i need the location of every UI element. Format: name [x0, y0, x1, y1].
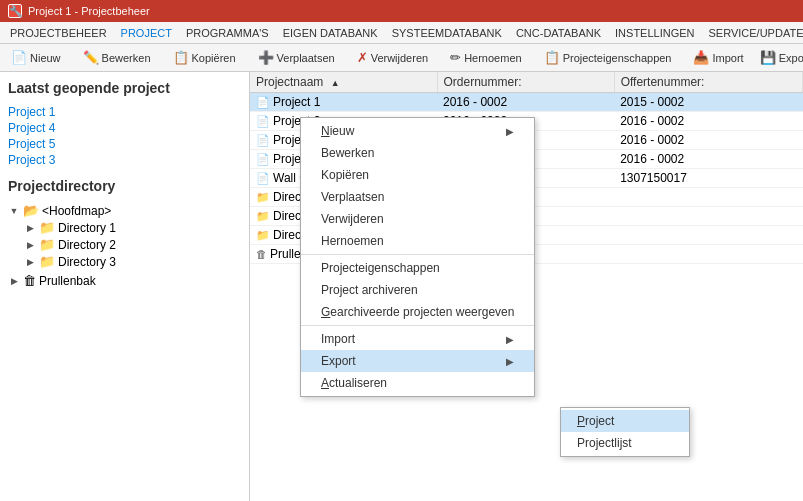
recent-item-project3[interactable]: Project 3: [8, 152, 241, 168]
toolbar-import[interactable]: 📥 Import: [686, 47, 750, 68]
ctx-nieuw[interactable]: Nieuw ▶: [301, 120, 534, 142]
tree-dir2-label: Directory 2: [58, 238, 116, 252]
context-menu-overlay[interactable]: Nieuw ▶ Bewerken Kopiëren Verplaatsen Ve…: [250, 72, 803, 501]
tree-toggle-dir2[interactable]: ▶: [24, 239, 36, 251]
toolbar-verplaatsen[interactable]: ➕ Verplaatsen: [251, 47, 342, 68]
toolbar-nieuw[interactable]: 📄 Nieuw: [4, 47, 68, 68]
menu-instellingen[interactable]: INSTELLINGEN: [609, 25, 700, 41]
window-title: Project 1 - Projectbeheer: [28, 5, 150, 17]
delete-icon: ✗: [357, 50, 368, 65]
submenu-project[interactable]: Project: [561, 410, 689, 432]
toolbar-export[interactable]: 💾 Expo: [753, 47, 803, 68]
tree-item-dir2[interactable]: ▶ 📁 Directory 2: [24, 236, 241, 253]
menu-cnc-databank[interactable]: CNC-DATABANK: [510, 25, 607, 41]
tree-dir3-label: Directory 3: [58, 255, 116, 269]
ctx-nieuw-label: Nieuw: [321, 124, 354, 138]
title-bar: 🔧 Project 1 - Projectbeheer: [0, 0, 803, 22]
tree-toggle-dir3[interactable]: ▶: [24, 256, 36, 268]
toolbar-bewerken-label: Bewerken: [102, 52, 151, 64]
ctx-kopieren[interactable]: Kopiëren: [301, 164, 534, 186]
ctx-sep-1: [301, 254, 534, 255]
menu-systeemdatabank[interactable]: SYSTEEMDATABANK: [386, 25, 508, 41]
toolbar-verwijderen[interactable]: ✗ Verwijderen: [350, 47, 435, 68]
ctx-archiveren-label: Project archiveren: [321, 283, 418, 297]
directory-section-title: Projectdirectory: [8, 178, 241, 194]
ctx-export-label: Export: [321, 354, 356, 368]
ctx-verplaatsen-label: Verplaatsen: [321, 190, 384, 204]
ctx-project-archiveren[interactable]: Project archiveren: [301, 279, 534, 301]
ctx-projecteigenschappen[interactable]: Projecteigenschappen: [301, 257, 534, 279]
folder-icon-dir1: 📁: [39, 220, 55, 235]
copy-icon: 📋: [173, 50, 189, 65]
toolbar-hernoemen-label: Hernoemen: [464, 52, 521, 64]
move-icon: ➕: [258, 50, 274, 65]
toolbar: 📄 Nieuw ✏️ Bewerken 📋 Kopiëren ➕ Verplaa…: [0, 44, 803, 72]
menu-programmas[interactable]: PROGRAMMA'S: [180, 25, 275, 41]
recent-section-title: Laatst geopende project: [8, 80, 241, 96]
toolbar-hernoemen[interactable]: ✏ Hernoemen: [443, 47, 528, 68]
folder-icon-dir2: 📁: [39, 237, 55, 252]
folder-icon-dir3: 📁: [39, 254, 55, 269]
tree-trash-label: Prullenbak: [39, 274, 96, 288]
tree-toggle-dir1[interactable]: ▶: [24, 222, 36, 234]
toolbar-props-label: Projecteigenschappen: [563, 52, 672, 64]
main-layout: Laatst geopende project Project 1 Projec…: [0, 72, 803, 501]
toolbar-nieuw-label: Nieuw: [30, 52, 61, 64]
tree-dir1-label: Directory 1: [58, 221, 116, 235]
submenu-project-label: Project: [577, 414, 614, 428]
toolbar-verplaatsen-label: Verplaatsen: [277, 52, 335, 64]
ctx-export-arrow: ▶: [506, 356, 514, 367]
menu-project[interactable]: PROJECT: [115, 25, 178, 41]
toolbar-bewerken[interactable]: ✏️ Bewerken: [76, 47, 158, 68]
export-icon: 💾: [760, 50, 776, 65]
context-menu: Nieuw ▶ Bewerken Kopiëren Verplaatsen Ve…: [300, 117, 535, 397]
tree-toggle-trash[interactable]: ▶: [8, 275, 20, 287]
left-panel: Laatst geopende project Project 1 Projec…: [0, 72, 250, 501]
toolbar-kopieren-label: Kopiëren: [192, 52, 236, 64]
toolbar-kopieren[interactable]: 📋 Kopiëren: [166, 47, 243, 68]
submenu-projectlijst[interactable]: Projectlijst: [561, 432, 689, 454]
ctx-gearchiveerde-label: Gearchiveerde projecten weergeven: [321, 305, 514, 319]
props-icon: 📋: [544, 50, 560, 65]
ctx-verplaatsen[interactable]: Verplaatsen: [301, 186, 534, 208]
folder-open-icon: 📂: [23, 203, 39, 218]
right-panel: Projectnaam ▲ Ordernummer: Offertenummer…: [250, 72, 803, 501]
edit-icon: ✏️: [83, 50, 99, 65]
tree-root-label: <Hoofdmap>: [42, 204, 111, 218]
ctx-sep-2: [301, 325, 534, 326]
ctx-hernoemen-label: Hernoemen: [321, 234, 384, 248]
app-icon: 🔧: [8, 4, 22, 18]
ctx-kopieren-label: Kopiëren: [321, 168, 369, 182]
import-icon: 📥: [693, 50, 709, 65]
recent-item-project4[interactable]: Project 4: [8, 120, 241, 136]
ctx-import-label: Import: [321, 332, 355, 346]
export-submenu: Project Projectlijst: [560, 407, 690, 457]
rename-icon: ✏: [450, 50, 461, 65]
ctx-verwijderen[interactable]: Verwijderen: [301, 208, 534, 230]
recent-item-project5[interactable]: Project 5: [8, 136, 241, 152]
recent-item-project1[interactable]: Project 1: [8, 104, 241, 120]
ctx-projecteigenschappen-label: Projecteigenschappen: [321, 261, 440, 275]
ctx-hernoemen[interactable]: Hernoemen: [301, 230, 534, 252]
submenu-projectlijst-label: Projectlijst: [577, 436, 632, 450]
tree-item-dir1[interactable]: ▶ 📁 Directory 1: [24, 219, 241, 236]
ctx-actualiseren-label: Actualiseren: [321, 376, 387, 390]
ctx-nieuw-arrow: ▶: [506, 126, 514, 137]
menu-eigen-databank[interactable]: EIGEN DATABANK: [277, 25, 384, 41]
menu-bar: PROJECTBEHEER PROJECT PROGRAMMA'S EIGEN …: [0, 22, 803, 44]
tree-toggle-root[interactable]: ▼: [8, 205, 20, 217]
toolbar-import-label: Import: [712, 52, 743, 64]
ctx-bewerken[interactable]: Bewerken: [301, 142, 534, 164]
menu-service-update[interactable]: SERVICE/UPDATE: [703, 25, 803, 41]
tree-children: ▶ 📁 Directory 1 ▶ 📁 Directory 2 ▶ 📁 Dire…: [24, 219, 241, 270]
trash-icon: 🗑: [23, 273, 36, 288]
tree-item-trash[interactable]: ▶ 🗑 Prullenbak: [8, 272, 241, 289]
tree-item-dir3[interactable]: ▶ 📁 Directory 3: [24, 253, 241, 270]
ctx-gearchiveerde[interactable]: Gearchiveerde projecten weergeven: [301, 301, 534, 323]
toolbar-projecteigenschappen[interactable]: 📋 Projecteigenschappen: [537, 47, 679, 68]
ctx-import[interactable]: Import ▶: [301, 328, 534, 350]
menu-projectbeheer[interactable]: PROJECTBEHEER: [4, 25, 113, 41]
ctx-actualiseren[interactable]: Actualiseren: [301, 372, 534, 394]
tree-root-item[interactable]: ▼ 📂 <Hoofdmap>: [8, 202, 241, 219]
ctx-export[interactable]: Export ▶: [301, 350, 534, 372]
